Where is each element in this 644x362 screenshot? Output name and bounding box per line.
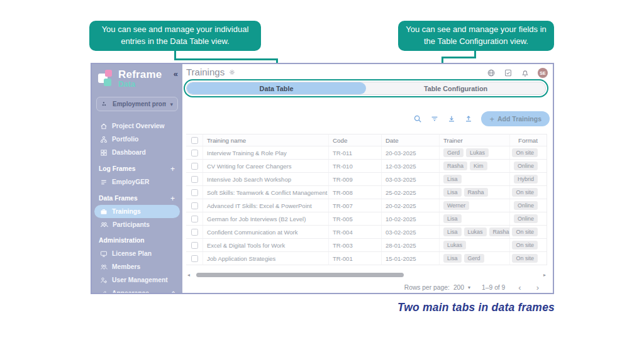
add-trainings-button[interactable]: + Add Trainings bbox=[481, 111, 550, 126]
sidebar-item-project-overview[interactable]: Project Overview bbox=[92, 119, 182, 133]
table-row[interactable]: Soft Skills: Teamwork & Conflict Managem… bbox=[186, 186, 547, 199]
add-log-frame-icon[interactable]: + bbox=[170, 165, 175, 173]
table-row[interactable]: Advanced IT Skills: Excel & PowerPointTR… bbox=[186, 199, 547, 212]
row-checkbox[interactable] bbox=[191, 189, 198, 196]
app-window: Reframe Data « Employment promo... ▾ Pro… bbox=[91, 63, 554, 294]
members-people-icon bbox=[100, 263, 108, 271]
row-checkbox[interactable] bbox=[191, 255, 198, 262]
row-checkbox[interactable] bbox=[191, 176, 198, 183]
trainer-chip: Lisa bbox=[443, 228, 462, 236]
trainer-chip: Rasha bbox=[489, 228, 509, 236]
column-header-date[interactable]: Date bbox=[381, 134, 439, 146]
trainer-chip: Lisa bbox=[443, 188, 462, 197]
column-header-trainer[interactable]: Trainer bbox=[439, 134, 509, 146]
cell-code: TR-010 bbox=[328, 160, 381, 172]
sidebar-item-label: Project Overview bbox=[112, 123, 165, 129]
sidebar-item-employger[interactable]: EmployGER bbox=[92, 175, 182, 189]
upload-icon[interactable] bbox=[464, 114, 473, 123]
user-avatar[interactable]: SE bbox=[538, 68, 548, 78]
table-row[interactable]: Excel & Digital Tools for WorkTR-00328-0… bbox=[186, 239, 547, 252]
format-chip: On site bbox=[512, 254, 538, 263]
rows-per-page-control[interactable]: Rows per page: 200 ▾ bbox=[404, 284, 470, 291]
table-row[interactable]: Interview Training & Role PlayTR-01120-0… bbox=[186, 146, 547, 160]
row-checkbox[interactable] bbox=[191, 242, 198, 249]
column-header-training-name[interactable]: Training name bbox=[203, 134, 328, 146]
row-checkbox[interactable] bbox=[191, 229, 198, 236]
settings-gear-icon[interactable] bbox=[228, 69, 236, 76]
tab-data-table[interactable]: Data Table bbox=[187, 82, 366, 94]
trainer-chip: Kim bbox=[470, 162, 487, 170]
column-header-code[interactable]: Code bbox=[328, 134, 381, 146]
format-chip: On site bbox=[512, 241, 538, 250]
table-row[interactable]: Intensive Job Search WorkshopTR-00903-03… bbox=[186, 173, 547, 186]
workspace-caret-icon: ▾ bbox=[170, 101, 173, 107]
add-trainings-label: Add Trainings bbox=[497, 115, 541, 123]
cell-format: Online bbox=[509, 199, 547, 212]
home-icon bbox=[100, 123, 108, 130]
callout-table-configuration: You can see and manage your fields in th… bbox=[398, 21, 554, 51]
sidebar-item-label: User Management bbox=[112, 277, 168, 283]
cell-format: Online bbox=[509, 160, 547, 172]
cell-training-name: CV Writing for Career Changers bbox=[203, 160, 328, 172]
trainer-chip: Lukas bbox=[464, 228, 487, 236]
row-checkbox[interactable] bbox=[191, 202, 198, 209]
next-page-icon[interactable]: › bbox=[535, 283, 541, 292]
pagination-footer: Rows per page: 200 ▾ 1–9 of 9 ‹ › bbox=[186, 280, 547, 294]
clipboard-check-icon[interactable] bbox=[504, 69, 513, 77]
column-header-format[interactable]: Format bbox=[509, 134, 547, 146]
row-checkbox[interactable] bbox=[191, 150, 198, 156]
sidebar-item-participants[interactable]: Participants bbox=[92, 218, 182, 231]
row-checkbox[interactable] bbox=[191, 216, 198, 222]
figure-caption: Two main tabs in data frames bbox=[397, 301, 555, 314]
trainer-chip: Gerd bbox=[443, 148, 464, 157]
format-chip: On site bbox=[512, 228, 538, 236]
rows-per-page-label: Rows per page: bbox=[404, 284, 450, 291]
table-row[interactable]: CV Writing for Career ChangersTR-01012-0… bbox=[186, 160, 547, 173]
globe-icon[interactable] bbox=[487, 69, 496, 77]
add-data-frame-icon[interactable]: + bbox=[170, 194, 175, 203]
format-chip: Online bbox=[514, 214, 538, 223]
cell-format: On site bbox=[509, 146, 547, 159]
sidebar-item-label: Portfolio bbox=[112, 136, 138, 143]
sidebar-item-license-plan[interactable]: License Plan bbox=[92, 247, 182, 260]
table-row[interactable]: German for Job Interviews (B2 Level)TR-0… bbox=[186, 212, 547, 226]
connector-left-horizontal bbox=[174, 58, 278, 60]
logo-subtitle: Data bbox=[118, 80, 177, 89]
row-checkbox[interactable] bbox=[191, 163, 198, 170]
reframe-logo-icon bbox=[98, 70, 114, 87]
scroll-right-icon[interactable]: ▸ bbox=[542, 272, 547, 278]
cell-training-name: Job Application Strategies bbox=[203, 252, 328, 265]
scrollbar-thumb[interactable] bbox=[196, 273, 404, 277]
previous-page-icon[interactable]: ‹ bbox=[516, 283, 523, 292]
trainer-chip: Rasha bbox=[443, 162, 467, 170]
sidebar-item-members[interactable]: Members bbox=[92, 260, 182, 273]
table-row[interactable]: Confident Communication at WorkTR-00403-… bbox=[186, 226, 547, 239]
sidebar-item-label: Trainings bbox=[112, 208, 141, 215]
tab-table-configuration[interactable]: Table Configuration bbox=[366, 82, 545, 94]
format-chip: Hybrid bbox=[514, 175, 538, 184]
section-administration: Administration bbox=[92, 234, 182, 247]
pagination-range: 1–9 of 9 bbox=[482, 284, 505, 291]
cell-format: Online bbox=[509, 212, 547, 225]
page-title: Trainings bbox=[186, 67, 225, 77]
scroll-left-icon[interactable]: ◂ bbox=[186, 272, 191, 278]
table-header-row: Training name Code Date Trainer Format bbox=[186, 134, 547, 146]
workspace-selector[interactable]: Employment promo... ▾ bbox=[96, 97, 178, 111]
sidebar-item-portfolio[interactable]: Portfolio bbox=[92, 133, 182, 146]
select-all-checkbox[interactable] bbox=[191, 137, 198, 144]
search-icon[interactable] bbox=[413, 114, 422, 123]
sidebar-item-appearance[interactable]: Appearance ⌃ bbox=[92, 287, 182, 293]
section-title: Data Frames bbox=[99, 195, 138, 202]
trainer-chip: Lukas bbox=[466, 148, 489, 157]
sidebar-nav: Project Overview Portfolio Dashboard Log… bbox=[92, 119, 182, 293]
table-row[interactable]: Job Application StrategiesTR-00115-01-20… bbox=[186, 252, 547, 265]
format-chip: On site bbox=[512, 148, 538, 157]
bell-icon[interactable] bbox=[521, 69, 530, 77]
sidebar-item-dashboard[interactable]: Dashboard bbox=[92, 146, 182, 159]
scrollbar-track[interactable] bbox=[191, 273, 542, 277]
download-icon[interactable] bbox=[447, 114, 456, 123]
sidebar-collapse-icon[interactable]: « bbox=[174, 69, 178, 79]
sidebar-item-user-management[interactable]: User Management bbox=[92, 273, 182, 287]
sidebar-item-trainings[interactable]: Trainings bbox=[94, 205, 180, 218]
filter-icon[interactable] bbox=[430, 114, 439, 123]
